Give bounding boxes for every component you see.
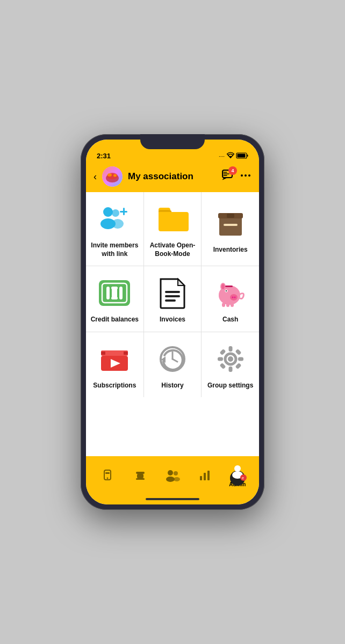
svg-point-77 (174, 477, 180, 481)
svg-rect-80 (207, 471, 210, 480)
nav-item-admin[interactable]: e Admin (221, 463, 254, 487)
svg-rect-24 (227, 214, 234, 218)
svg-rect-62 (218, 357, 223, 361)
invoices-label: Invoices (160, 316, 185, 324)
open-book-icon (155, 202, 190, 236)
nav-item-drink[interactable] (91, 469, 124, 481)
nav-item-food[interactable] (124, 469, 156, 481)
home-indicator (86, 494, 259, 504)
grid-item-group-settings[interactable]: Group settings (202, 332, 259, 398)
svg-point-44 (221, 284, 225, 289)
svg-rect-48 (231, 303, 234, 307)
bottom-navigation: e Admin (86, 456, 259, 494)
svg-rect-72 (137, 474, 143, 478)
svg-rect-47 (226, 303, 229, 307)
svg-point-59 (228, 356, 233, 362)
svg-rect-46 (222, 303, 225, 307)
svg-point-13 (241, 174, 243, 177)
svg-point-40 (234, 297, 235, 298)
svg-rect-69 (105, 472, 110, 474)
status-time: 2:31 (97, 152, 111, 160)
svg-point-42 (225, 290, 226, 291)
group-settings-icon (213, 342, 248, 376)
subscriptions-icon (97, 342, 132, 376)
home-bar (146, 498, 199, 500)
svg-point-15 (248, 174, 250, 177)
svg-rect-50 (101, 352, 105, 355)
svg-rect-28 (106, 287, 110, 299)
svg-rect-67 (235, 363, 241, 369)
history-icon (155, 342, 190, 376)
svg-point-76 (174, 471, 178, 475)
cash-label: Cash (222, 316, 238, 324)
svg-rect-64 (219, 349, 226, 355)
svg-point-14 (245, 174, 247, 177)
menu-grid: Invite members with link (86, 192, 259, 397)
svg-rect-1 (247, 155, 248, 157)
subscriptions-label: Subscriptions (93, 382, 136, 390)
credit-balances-label: Credit balances (91, 316, 139, 324)
header-actions: 4 (221, 169, 251, 184)
invite-members-icon (97, 202, 132, 236)
grid-item-history[interactable]: History (144, 332, 202, 398)
grid-item-credit-balances[interactable]: Credit balances (86, 266, 143, 332)
invite-members-label: Invite members with link (90, 241, 139, 258)
app-header: ‹ (86, 163, 259, 192)
svg-point-74 (168, 470, 173, 475)
grid-item-invoices[interactable]: Invoices (144, 266, 202, 332)
inventories-label: Inventories (213, 246, 248, 254)
svg-point-16 (103, 207, 113, 217)
svg-point-19 (112, 219, 124, 229)
svg-rect-35 (165, 299, 176, 302)
svg-point-38 (230, 294, 238, 301)
svg-rect-21 (120, 211, 127, 213)
grid-item-inventories[interactable]: Inventories (202, 192, 259, 266)
status-icons: ···· (219, 152, 248, 160)
svg-point-75 (166, 477, 175, 482)
group-settings-label: Group settings (207, 382, 253, 390)
svg-rect-65 (235, 349, 241, 355)
inventories-icon (213, 206, 248, 240)
svg-rect-78 (200, 476, 202, 480)
svg-rect-79 (204, 473, 206, 480)
svg-rect-32 (111, 297, 118, 299)
svg-rect-2 (238, 154, 246, 158)
svg-rect-31 (111, 287, 118, 289)
svg-rect-71 (136, 472, 145, 474)
chat-badge: 4 (228, 166, 237, 175)
svg-rect-51 (124, 352, 128, 355)
svg-rect-73 (136, 478, 145, 480)
history-label: History (161, 382, 183, 390)
grid-item-invite-members[interactable]: Invite members with link (86, 192, 143, 266)
grid-item-open-book[interactable]: Activate Open-Book-Mode (144, 192, 202, 266)
svg-rect-25 (224, 224, 238, 226)
svg-point-39 (232, 297, 233, 298)
svg-line-57 (172, 359, 177, 362)
signal-icon: ···· (219, 153, 225, 159)
grid-item-subscriptions[interactable]: Subscriptions (86, 332, 143, 398)
svg-rect-33 (165, 291, 180, 293)
phone-frame: 2:31 ···· (81, 134, 264, 510)
grid-item-cash[interactable]: Cash (202, 266, 259, 332)
nav-item-stats[interactable] (189, 469, 221, 481)
notch (140, 134, 205, 149)
svg-point-70 (107, 478, 109, 479)
svg-text:e: e (242, 476, 244, 480)
more-button[interactable] (240, 170, 251, 184)
chat-button[interactable]: 4 (221, 169, 234, 184)
battery-icon (236, 152, 248, 160)
svg-point-18 (112, 209, 119, 217)
main-content: Invite members with link (86, 192, 259, 456)
header-title: My association (128, 171, 216, 182)
nav-item-members[interactable] (156, 469, 189, 481)
wifi-icon (227, 153, 234, 159)
svg-point-82 (234, 465, 241, 472)
avatar[interactable] (102, 166, 123, 187)
cash-icon (213, 276, 248, 310)
svg-rect-66 (219, 363, 226, 369)
svg-rect-60 (228, 346, 232, 352)
phone-screen: 2:31 ···· (86, 140, 259, 504)
back-button[interactable]: ‹ (94, 171, 97, 182)
credit-balances-icon (97, 276, 132, 310)
open-book-label: Activate Open-Book-Mode (148, 241, 197, 258)
